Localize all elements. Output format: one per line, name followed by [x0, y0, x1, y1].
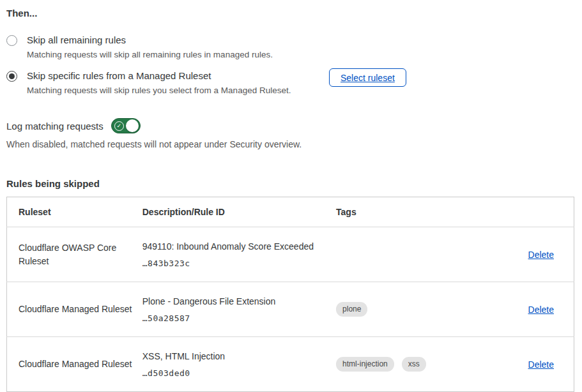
column-header-description: Description/Rule ID	[142, 197, 336, 227]
log-matching-description: When disabled, matched requests will not…	[6, 139, 576, 149]
rule-description: XSS, HTML Injection	[142, 351, 330, 362]
rule-id: …843b323c	[142, 259, 330, 268]
waf-skip-rule-panel: Then... Skip all remaining rules Matchin…	[0, 0, 582, 392]
option-skip-all-remaining: Skip all remaining rules Matching reques…	[6, 34, 576, 59]
radio-skip-all-remaining[interactable]	[6, 35, 17, 46]
check-icon: ✓	[114, 121, 124, 131]
option-skip-specific-container: Skip specific rules from a Managed Rules…	[6, 70, 576, 95]
then-heading: Then...	[6, 8, 576, 19]
column-header-ruleset: Ruleset	[7, 197, 142, 227]
rule-id: …d503ded0	[142, 368, 330, 378]
rule-tags-cell: html-injection xss	[336, 337, 483, 392]
table-header-row: Ruleset Description/Rule ID Tags	[7, 197, 574, 227]
log-matching-label: Log matching requests	[6, 121, 103, 132]
rule-actions-cell: Delete	[483, 227, 574, 282]
rules-skipped-table: Ruleset Description/Rule ID Tags Cloudfl…	[6, 197, 574, 392]
ruleset-name: Cloudflare OWASP Core Ruleset	[7, 227, 142, 282]
rule-description-cell: 949110: Inbound Anomaly Score Exceeded ……	[142, 227, 336, 282]
column-header-actions	[483, 197, 574, 227]
option-skip-all-label[interactable]: Skip all remaining rules	[27, 34, 576, 45]
rule-tags-cell: plone	[336, 282, 483, 337]
log-matching-toggle[interactable]: ✓	[111, 118, 141, 133]
column-header-tags: Tags	[336, 197, 483, 227]
ruleset-name: Cloudflare Managed Ruleset	[7, 282, 142, 337]
log-matching-section: Log matching requests ✓ When disabled, m…	[6, 118, 576, 149]
tag-badge: xss	[402, 357, 426, 372]
option-skip-all-description: Matching requests will skip all remainin…	[27, 50, 576, 59]
radio-skip-specific[interactable]	[6, 71, 17, 82]
log-matching-row: Log matching requests ✓	[6, 118, 576, 133]
rule-tags-cell	[336, 227, 483, 282]
rule-actions-cell: Delete	[483, 282, 574, 337]
option-skip-specific: Skip specific rules from a Managed Rules…	[6, 70, 329, 95]
delete-rule-link[interactable]: Delete	[528, 305, 554, 315]
toggle-knob	[126, 119, 139, 132]
rules-skipped-title: Rules being skipped	[6, 178, 576, 189]
rule-id: …50a28587	[142, 313, 330, 323]
rule-description: 949110: Inbound Anomaly Score Exceeded	[142, 241, 330, 252]
tag-badge: html-injection	[336, 357, 394, 372]
rule-description: Plone - Dangerous File Extension	[142, 296, 330, 307]
option-skip-specific-description: Matching requests will skip rules you se…	[27, 86, 329, 95]
rule-description-cell: XSS, HTML Injection …d503ded0	[142, 337, 336, 392]
tag-badge: plone	[336, 302, 367, 317]
table-row: Cloudflare OWASP Core Ruleset 949110: In…	[7, 227, 574, 282]
rules-skipped-section: Rules being skipped Ruleset Description/…	[6, 178, 576, 392]
option-skip-specific-text: Skip specific rules from a Managed Rules…	[27, 70, 329, 95]
rule-description-cell: Plone - Dangerous File Extension …50a285…	[142, 282, 336, 337]
table-row: Cloudflare Managed Ruleset Plone - Dange…	[7, 282, 574, 337]
table-row: Cloudflare Managed Ruleset XSS, HTML Inj…	[7, 337, 574, 392]
ruleset-name: Cloudflare Managed Ruleset	[7, 337, 142, 392]
option-skip-all-text: Skip all remaining rules Matching reques…	[27, 34, 576, 59]
rule-actions-cell: Delete	[483, 337, 574, 392]
select-ruleset-button[interactable]: Select ruleset	[329, 68, 406, 87]
delete-rule-link[interactable]: Delete	[528, 359, 554, 370]
option-skip-specific-label[interactable]: Skip specific rules from a Managed Rules…	[27, 70, 329, 81]
delete-rule-link[interactable]: Delete	[528, 250, 554, 260]
